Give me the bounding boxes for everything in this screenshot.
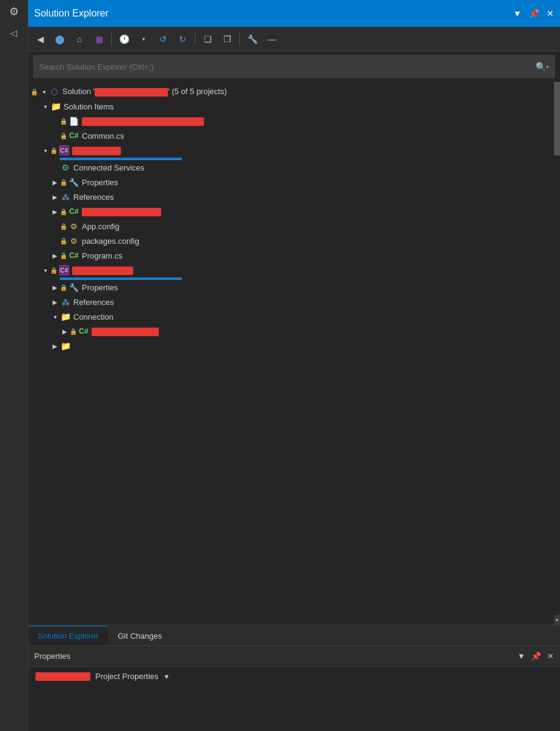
toolbar-separator-3 (239, 33, 240, 45)
forward-button[interactable]: ⬤ (51, 31, 68, 48)
properties-sub-label: Project Properties (95, 672, 158, 681)
expand-arrow[interactable]: ▶ (50, 177, 60, 187)
connected-services-icon: ⚙ (60, 162, 71, 173)
tree-item-connection-file[interactable]: ▶ 🔒 C# (28, 324, 560, 339)
config-icon: ⚙ (68, 235, 79, 246)
packages-config-label: packages.config (82, 237, 139, 246)
settings-button[interactable]: 🔧 (244, 31, 261, 48)
scrollbar-thumb[interactable] (554, 82, 560, 155)
solution-icon: ⬡ (49, 86, 60, 97)
properties-icon: 🔧 (68, 282, 79, 293)
pin-icon[interactable]: 📌 (529, 9, 539, 18)
config-icon: ⚙ (68, 221, 79, 232)
expand-arrow[interactable]: ▶ (50, 341, 60, 351)
dropdown-icon[interactable]: ▼ (513, 9, 522, 18)
properties-title-bar: Properties ▼ 📌 ✕ (28, 646, 560, 667)
tree-item-more[interactable]: ▶ 📁 (28, 339, 560, 353)
tree-item-references2[interactable]: ▶ ⁂ References (28, 295, 560, 309)
solution-items-label: Solution Items (64, 102, 114, 111)
lock-icon: 🔒 (60, 208, 67, 215)
expand-arrow[interactable]: ▾ (40, 145, 50, 155)
csharp-icon: C# (78, 326, 89, 337)
connected-services-label: Connected Services (73, 163, 144, 172)
references2-label: References (73, 298, 114, 307)
properties-dropdown-icon[interactable]: ▼ (517, 652, 525, 661)
toolbar: ◀ ⬤ ⌂ ▦ 🕐 ▾ ↺ ↻ ❑ ❒ 🔧 — (28, 27, 560, 51)
app-config-label: App.config (82, 222, 119, 231)
properties-sub-dropdown[interactable]: ▼ (163, 673, 170, 680)
properties-close-icon[interactable]: ✕ (547, 652, 554, 661)
tree-item-solution-doc[interactable]: 🔒 📄 (28, 114, 560, 128)
tree-item-project1[interactable]: ▾ 🔒 C# (28, 143, 560, 158)
search-bar[interactable]: 🔍 ▾ (33, 55, 555, 78)
tree-item-packages-config[interactable]: 🔒 ⚙ packages.config (28, 233, 560, 248)
search-input[interactable] (39, 62, 536, 72)
tree-content: 🔒 ▾ ⬡ Solution '' (5 of 5 projects) ▾ 📁 … (28, 82, 560, 625)
history-dropdown[interactable]: ▾ (135, 31, 152, 48)
tree-item-app-config[interactable]: 🔒 ⚙ App.config (28, 219, 560, 233)
expand-arrow[interactable]: ▾ (39, 87, 49, 97)
search-dropdown[interactable]: ▾ (546, 64, 549, 70)
search-icon: 🔍 (536, 62, 546, 72)
doc-name-redacted (82, 117, 204, 126)
tree-item-project2[interactable]: ▾ 🔒 C# (28, 263, 560, 277)
tree-item-connection[interactable]: ▾ 📁 Connection (28, 309, 560, 324)
history-button[interactable]: 🕐 (115, 31, 133, 48)
tree-item-properties1[interactable]: ▶ 🔒 🔧 Properties (28, 175, 560, 189)
references-icon: ⁂ (60, 296, 71, 307)
expand-arrow[interactable]: ▾ (40, 101, 50, 111)
properties-pin-icon[interactable]: 📌 (531, 652, 541, 661)
collapse-button[interactable]: — (263, 31, 280, 48)
expand-arrow[interactable]: ▶ (50, 282, 60, 292)
close-icon[interactable]: ✕ (547, 9, 554, 18)
scrollbar-arrow-down[interactable]: ▾ (554, 615, 560, 625)
stop-button[interactable]: ↻ (174, 31, 191, 48)
paste-button[interactable]: ❒ (219, 31, 236, 48)
expand-arrow[interactable]: ▶ (60, 326, 70, 336)
solution-view-button[interactable]: ▦ (90, 31, 107, 48)
tree-item-solution-items[interactable]: ▾ 📁 Solution Items (28, 99, 560, 114)
properties-panel-title: Properties (34, 652, 517, 661)
csharp-project-icon: C# (59, 145, 70, 156)
back-button[interactable]: ◀ (32, 31, 49, 48)
refresh-button[interactable]: ↺ (155, 31, 172, 48)
expand-arrow[interactable]: ▶ (50, 207, 60, 216)
tree-item-common-cs[interactable]: 🔒 C# Common.cs (28, 128, 560, 143)
tree-item-references1[interactable]: ▶ ⁂ References (28, 189, 560, 204)
copy-button[interactable]: ❑ (199, 31, 216, 48)
project2-label (72, 265, 133, 275)
scrollbar-track: ▾ (554, 82, 560, 625)
lock-icon: 🔒 (50, 267, 57, 274)
tree-item-program-cs[interactable]: ▶ 🔒 C# Program.cs (28, 248, 560, 263)
tree-item-solution-root[interactable]: 🔒 ▾ ⬡ Solution '' (5 of 5 projects) (28, 84, 560, 99)
expand-arrow[interactable]: ▶ (50, 192, 60, 202)
tree-item-properties2[interactable]: ▶ 🔒 🔧 Properties (28, 280, 560, 295)
lock-icon: 🔒 (60, 223, 67, 230)
lock-icon: 🔒 (60, 118, 67, 125)
tab-solution-explorer[interactable]: Solution Explorer (28, 626, 108, 645)
connection-file-redacted (92, 328, 159, 336)
properties-content: Project Properties ▼ (28, 667, 560, 686)
left-sidebar: ⚙ ◁ (0, 0, 28, 731)
tree-item-csfile1[interactable]: ▶ 🔒 C# (28, 204, 560, 219)
properties-icon: 🔧 (68, 177, 79, 188)
csfile1-name-redacted (82, 208, 161, 216)
solution-explorer-panel: Solution Explorer ▼ 📌 ✕ ◀ ⬤ ⌂ ▦ 🕐 ▾ ↺ ↻ … (28, 0, 560, 731)
properties1-label: Properties (82, 178, 118, 187)
sidebar-collapse-icon[interactable]: ◁ (10, 28, 17, 38)
csharp-icon: C# (68, 250, 79, 261)
tab-git-changes[interactable]: Git Changes (108, 626, 172, 645)
properties-panel: Properties ▼ 📌 ✕ Project Properties ▼ (28, 645, 560, 731)
expand-arrow[interactable]: ▶ (50, 297, 60, 307)
expand-arrow[interactable]: ▾ (50, 312, 60, 321)
solution-name-redacted (95, 88, 168, 97)
program-cs-label: Program.cs (82, 251, 122, 260)
lock-icon: 🔒 (60, 238, 67, 244)
expand-arrow[interactable]: ▾ (40, 265, 50, 275)
expand-arrow[interactable]: ▶ (50, 251, 60, 260)
lock-icon: 🔒 (60, 179, 67, 186)
title-bar-controls: ▼ 📌 ✕ (513, 9, 554, 18)
tree-item-connected-services[interactable]: ⚙ Connected Services (28, 160, 560, 175)
home-button[interactable]: ⌂ (71, 31, 88, 48)
gear-icon[interactable]: ⚙ (9, 5, 19, 18)
